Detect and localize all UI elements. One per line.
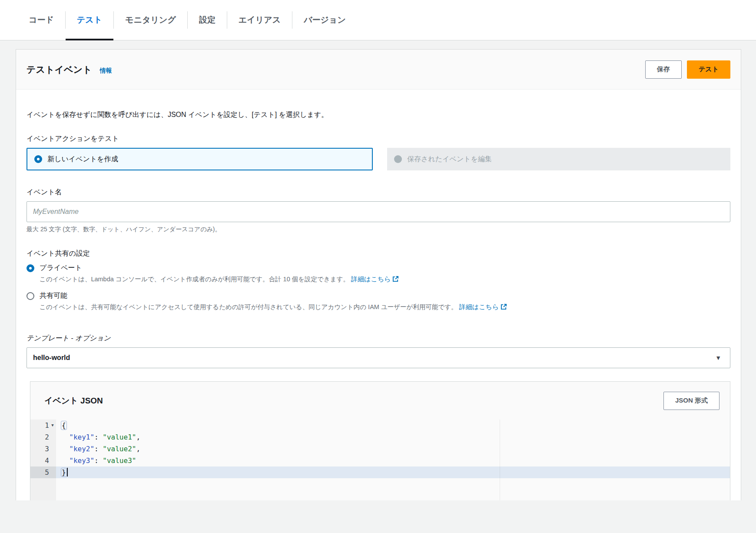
tile-edit-saved-event-label: 保存されたイベントを編集: [407, 155, 492, 164]
event-name-helper: 最大 25 文字 (文字、数字、ドット、ハイフン、アンダースコアのみ)。: [27, 226, 730, 233]
line-number: 1: [30, 420, 49, 431]
editor-gutter-cell: 5: [30, 466, 56, 478]
code-token-bracket: }: [61, 468, 67, 477]
test-event-panel: テストイベント 情報 保存 テスト イベントを保存せずに関数を呼び出すには、JS…: [16, 49, 741, 500]
external-link-icon: [501, 303, 507, 310]
radio-checked-icon: [27, 264, 34, 272]
panel-description: イベントを保存せずに関数を呼び出すには、JSON イベントを設定し、[テスト] …: [27, 110, 730, 120]
panel-body: イベントを保存せずに関数を呼び出すには、JSON イベントを設定し、[テスト] …: [16, 90, 741, 500]
radio-shareable-description: このイベントは、共有可能なイベントにアクセスして使用するための許可が付与されてい…: [40, 303, 730, 311]
code-token-key: "key2": [69, 445, 94, 453]
code-token-value: "value1": [103, 433, 136, 441]
code-token-plain: ,: [136, 445, 140, 453]
editor-line[interactable]: 3 "key2": "value2",: [30, 443, 730, 455]
code-line-content[interactable]: "key1": "value1",: [56, 431, 730, 443]
header-actions: 保存 テスト: [645, 60, 730, 79]
test-action-label: イベントアクションをテスト: [27, 134, 730, 143]
radio-private[interactable]: プライベート: [27, 263, 730, 273]
radio-shareable[interactable]: 共有可能: [27, 291, 730, 300]
template-label: テンプレート - オプション: [27, 334, 730, 343]
event-name-input[interactable]: [27, 201, 730, 222]
code-token-key: "key1": [69, 433, 94, 441]
code-token-plain: [61, 445, 69, 453]
template-section: テンプレート - オプション hello-world ▼: [27, 334, 730, 368]
info-link[interactable]: 情報: [99, 67, 112, 75]
text-cursor: [67, 468, 68, 476]
editor-line[interactable]: 4 "key3": "value3": [30, 455, 730, 466]
tile-create-new-event[interactable]: 新しいイベントを作成: [27, 148, 373, 170]
editor-gutter-cell: 4: [30, 455, 56, 466]
tab-monitoring[interactable]: モニタリング: [114, 0, 187, 40]
json-code-editor[interactable]: 1▼{2 "key1": "value1",3 "key2": "value2"…: [30, 420, 730, 500]
editor-line[interactable]: 2 "key1": "value1",: [30, 431, 730, 443]
code-token-bracket: {: [61, 421, 67, 430]
tile-create-new-event-label: 新しいイベントを作成: [47, 155, 118, 164]
code-token-plain: :: [94, 445, 103, 453]
line-number: 4: [30, 455, 49, 466]
shareable-learn-more-link[interactable]: 詳細はこちら: [459, 303, 507, 310]
code-token-value: "value2": [103, 445, 136, 453]
code-token-plain: :: [94, 433, 103, 441]
fold-arrow-icon[interactable]: ▼: [49, 420, 56, 431]
code-token-key: "key3": [69, 456, 94, 465]
editor-content-filler: [56, 478, 730, 500]
code-line-content[interactable]: }: [56, 466, 730, 478]
event-json-card: イベント JSON JSON 形式 1▼{2 "key1": "value1",…: [30, 381, 730, 500]
private-learn-more-link[interactable]: 詳細はこちら: [351, 275, 399, 283]
tab-versions[interactable]: バージョン: [292, 0, 357, 40]
editor-empty-area[interactable]: [30, 478, 730, 500]
template-select-value: hello-world: [33, 354, 70, 362]
lambda-test-page: コードテストモニタリング設定エイリアスバージョン テストイベント 情報 保存 テ…: [0, 0, 756, 533]
code-token-plain: [61, 433, 69, 441]
radio-disabled-icon: [394, 155, 402, 163]
chevron-down-icon: ▼: [715, 354, 721, 361]
code-line-content[interactable]: {: [56, 420, 730, 431]
line-number: 3: [30, 443, 49, 455]
editor-gutter-cell: 3: [30, 443, 56, 455]
radio-shareable-description-text: このイベントは、共有可能なイベントにアクセスして使用するための許可が付与されてい…: [40, 303, 458, 310]
radio-private-label: プライベート: [40, 263, 82, 273]
tab-code[interactable]: コード: [17, 0, 65, 40]
external-link-icon: [392, 276, 399, 282]
panel-header: テストイベント 情報 保存 テスト: [16, 50, 741, 90]
line-number: 5: [30, 466, 49, 478]
editor-gutter-cell: 1▼: [30, 420, 56, 431]
radio-private-description: このイベントは、Lambda コンソールで、イベント作成者のみが利用可能です。合…: [40, 275, 730, 283]
editor-gutter-filler: [30, 478, 56, 500]
radio-private-description-text: このイベントは、Lambda コンソールで、イベント作成者のみが利用可能です。合…: [40, 276, 349, 283]
save-button[interactable]: 保存: [645, 60, 682, 79]
radio-checked-icon: [34, 155, 42, 163]
tile-edit-saved-event[interactable]: 保存されたイベントを編集: [387, 148, 730, 170]
line-number: 2: [30, 431, 49, 443]
radio-unchecked-icon: [27, 292, 34, 300]
panel-title-row: テストイベント 情報: [27, 63, 112, 76]
code-token-plain: ,: [136, 433, 140, 441]
page-title: テストイベント: [27, 63, 92, 76]
event-json-title: イベント JSON: [44, 395, 103, 406]
json-format-button[interactable]: JSON 形式: [663, 392, 720, 410]
code-token-plain: [61, 456, 69, 465]
event-sharing-section: イベント共有の設定 プライベート このイベントは、Lambda コンソールで、イ…: [27, 249, 730, 311]
tab-test[interactable]: テスト: [66, 0, 113, 40]
code-token-value: "value3": [103, 456, 136, 465]
print-margin-rule: [500, 420, 500, 500]
code-line-content[interactable]: "key2": "value2",: [56, 443, 730, 455]
template-select[interactable]: hello-world ▼: [27, 347, 730, 368]
radio-shareable-label: 共有可能: [40, 291, 67, 300]
test-button[interactable]: テスト: [687, 60, 730, 79]
tab-settings[interactable]: 設定: [188, 0, 227, 40]
code-line-content[interactable]: "key3": "value3": [56, 455, 730, 466]
event-json-header: イベント JSON JSON 形式: [30, 382, 730, 420]
editor-line[interactable]: 5}: [30, 466, 730, 478]
editor-line[interactable]: 1▼{: [30, 420, 730, 431]
code-token-plain: :: [94, 456, 103, 465]
event-name-label: イベント名: [27, 188, 730, 197]
sharing-label: イベント共有の設定: [27, 249, 730, 258]
test-action-tiles: 新しいイベントを作成 保存されたイベントを編集: [27, 148, 730, 170]
editor-gutter-cell: 2: [30, 431, 56, 443]
function-tab-bar: コードテストモニタリング設定エイリアスバージョン: [0, 0, 756, 40]
tab-aliases[interactable]: エイリアス: [227, 0, 292, 40]
